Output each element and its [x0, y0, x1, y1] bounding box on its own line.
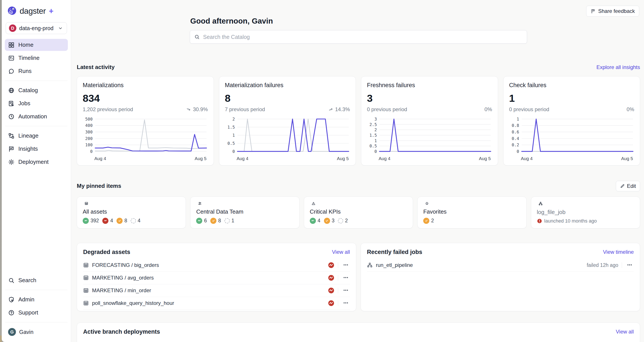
failed-jobs-title: Recently failed jobs	[367, 249, 422, 255]
svg-text:Aug 4: Aug 4	[378, 156, 390, 161]
row-menu-button[interactable]	[342, 274, 350, 282]
job-status-text: launched 10 months ago	[544, 218, 597, 224]
user-name: Gavin	[19, 329, 34, 335]
svg-text:1: 1	[232, 133, 235, 138]
sidebar-item-lineage[interactable]: Lineage	[5, 130, 68, 142]
catalog-search[interactable]	[190, 30, 527, 44]
sidebar-item-label: Search	[18, 277, 36, 284]
failed-jobs-panel: Recently failed jobs View timeline run_e…	[360, 243, 640, 311]
svg-text:300: 300	[85, 130, 93, 134]
stat-title: Check failures	[509, 82, 634, 89]
branch-deployments-panel: Active branch deployments View all add-h…	[77, 322, 640, 342]
view-timeline-link[interactable]: View timeline	[603, 249, 634, 255]
sidebar-item-support[interactable]: Support	[5, 307, 68, 319]
pinned-card-central-data-team[interactable]: Central Data Team 6 8 1	[190, 197, 299, 228]
deployment-switcher[interactable]: D data-eng-prod	[6, 22, 67, 34]
failed-jobs-list: run_etl_pipeline failed 12h ago	[367, 259, 634, 310]
share-feedback-button[interactable]: Share feedback	[586, 6, 639, 17]
asset-link[interactable]: MARKETING / avg_orders	[83, 275, 328, 281]
sidebar-item-deployment[interactable]: Deployment	[5, 156, 68, 168]
dagster-logo[interactable]: dagster +	[5, 0, 68, 18]
sidebar-item-label: Admin	[18, 296, 34, 303]
pinned-card-all-assets[interactable]: All assets 392 4 8 4	[77, 197, 186, 228]
degraded-view-all-link[interactable]: View all	[332, 249, 350, 255]
support-help-icon	[8, 309, 14, 316]
trend-value: 30.9%	[193, 106, 208, 113]
logo-wordmark: dagster	[20, 7, 46, 16]
latest-activity-title: Latest activity	[77, 64, 114, 71]
pinned-card-log-file-job[interactable]: log_file_job launched 10 months ago	[531, 197, 640, 228]
runs-icon	[8, 68, 14, 75]
asset-health-badges: 6 8 1	[196, 218, 294, 224]
svg-text:400: 400	[85, 123, 93, 128]
share-feedback-label: Share feedback	[598, 8, 635, 14]
trend-indicator: 0%	[484, 106, 492, 113]
asset-health-badges: 2	[423, 218, 520, 224]
branch-view-all-link[interactable]: View all	[616, 329, 634, 335]
failure-badge-icon	[328, 262, 334, 268]
stat-value: 3	[367, 92, 492, 104]
svg-text:Aug 5: Aug 5	[337, 156, 348, 161]
divider	[338, 275, 338, 281]
asset-link[interactable]: MARKETING / min_order	[83, 287, 328, 293]
asset-name: poll_snowflake_query_history_hour	[92, 300, 174, 306]
svg-text:2.5: 2.5	[370, 122, 377, 127]
svg-text:Aug 4: Aug 4	[236, 156, 248, 161]
sidebar-item-label: Automation	[18, 113, 47, 120]
edit-pinned-button[interactable]: Edit	[616, 181, 640, 191]
row-menu-button[interactable]	[342, 286, 350, 295]
explore-insights-link[interactable]: Explore all insights	[596, 64, 640, 70]
pinned-card-critical-kpis[interactable]: Critical KPIs 4 3 2	[304, 197, 413, 228]
job-link[interactable]: run_etl_pipeline	[367, 262, 586, 268]
automation-clock-icon	[8, 113, 14, 120]
asset-name: FORECASTING / big_orders	[92, 262, 159, 268]
pinned-card-favorites[interactable]: Favorites 2	[417, 197, 526, 228]
stat-value: 834	[83, 92, 208, 104]
assets-table-icon	[83, 202, 90, 205]
pinned-card-label: Central Data Team	[196, 208, 294, 215]
stat-card-materializations[interactable]: Materializations 834 1,202 previous peri…	[77, 76, 214, 166]
stat-card-freshness-failures[interactable]: Freshness failures 3 0 previous period 0…	[361, 76, 498, 166]
row-menu-button[interactable]	[626, 261, 634, 269]
asset-health-badges: 4 3 2	[310, 218, 407, 224]
pinned-card-label: Critical KPIs	[310, 208, 407, 215]
stat-card-check-failures[interactable]: Check failures 1 0 previous period 0% 00…	[503, 76, 640, 166]
sidebar-item-runs[interactable]: Runs	[5, 65, 68, 77]
stat-title: Materializations	[83, 82, 208, 89]
badge-unmaterialized: 4	[131, 218, 140, 224]
badge-warning: 8	[116, 218, 127, 224]
sidebar-item-insights[interactable]: Insights	[5, 143, 68, 155]
user-menu[interactable]: G Gavin	[5, 326, 68, 338]
sidebar-item-automation[interactable]: Automation	[5, 111, 68, 123]
sidebar-item-timeline[interactable]: Timeline	[5, 52, 68, 64]
sidebar-item-catalog[interactable]: Catalog	[5, 84, 68, 96]
sidebar-item-admin[interactable]: Admin	[5, 293, 68, 305]
svg-text:0: 0	[232, 149, 235, 154]
pinned-cards: All assets 392 4 8 4 Central Data Team 6…	[77, 197, 640, 228]
sidebar-item-jobs[interactable]: Jobs	[5, 97, 68, 109]
row-menu-button[interactable]	[342, 299, 350, 307]
search-input[interactable]	[203, 34, 523, 40]
branch-deployment-row: add-hooli-ml 2h ago Christian Minich #18…	[83, 339, 634, 342]
degraded-asset-row: FORECASTING / big_orders	[83, 259, 350, 272]
stat-previous: 1,202 previous period	[83, 106, 133, 113]
app-window: dagster + D data-eng-prod Home Timeline …	[0, 0, 644, 342]
asset-link[interactable]: FORECASTING / big_orders	[83, 262, 328, 268]
insights-icon	[8, 146, 14, 152]
svg-text:100: 100	[85, 143, 93, 147]
svg-text:Aug 4: Aug 4	[521, 156, 532, 161]
sidebar-item-search[interactable]: Search	[5, 274, 68, 286]
deployment-avatar: D	[9, 25, 16, 32]
sidebar-item-label: Deployment	[18, 159, 49, 165]
sidebar-item-home[interactable]: Home	[5, 39, 68, 51]
search-icon	[8, 277, 14, 284]
svg-text:Aug 5: Aug 5	[621, 156, 633, 161]
row-menu-button[interactable]	[342, 261, 350, 269]
pinned-items-section: My pinned items Edit All assets 392 4 8 …	[77, 181, 640, 228]
star-icon	[423, 202, 431, 205]
stat-card-materialization-failures[interactable]: Materialization failures 8 7 previous pe…	[219, 76, 356, 166]
asset-link[interactable]: poll_snowflake_query_history_hour	[83, 300, 328, 306]
failure-badge-icon	[328, 287, 334, 294]
stat-title: Freshness failures	[367, 82, 492, 89]
freshness-failures-chart: 00.511.522.53Aug 4Aug 5	[367, 117, 492, 162]
